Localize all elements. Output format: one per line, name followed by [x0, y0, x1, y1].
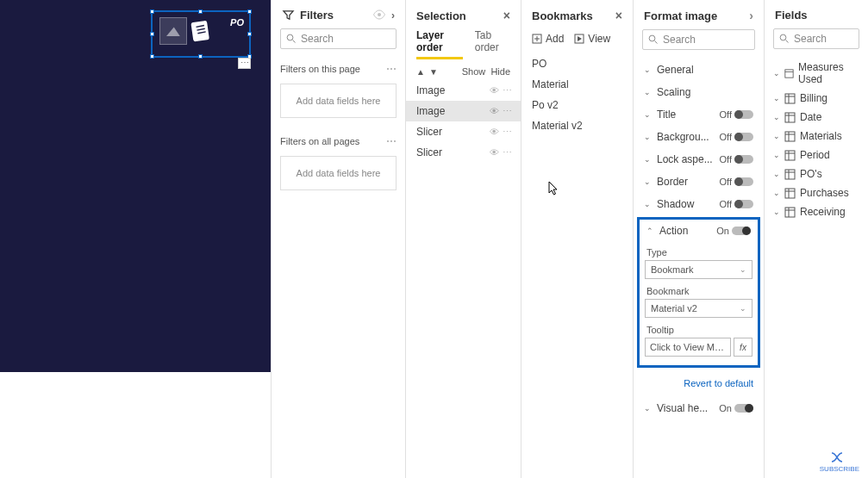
more-icon[interactable]: ⋯ — [503, 147, 512, 158]
more-icon[interactable]: ⋯ — [503, 85, 512, 96]
svg-line-7 — [293, 40, 296, 43]
resize-handle[interactable] — [198, 9, 203, 14]
format-background-row[interactable]: ⌄Backgrou...Off — [634, 126, 764, 148]
svg-line-16 — [786, 40, 789, 43]
action-bookmark-label: Bookmark — [645, 279, 752, 299]
add-bookmark-button[interactable]: Add — [532, 33, 564, 45]
format-title-row[interactable]: ⌄TitleOff — [634, 103, 764, 126]
resize-handle[interactable] — [150, 54, 154, 59]
move-up-icon[interactable]: ▲ — [416, 67, 425, 77]
svg-rect-19 — [785, 94, 795, 103]
add-icon — [532, 34, 542, 44]
close-icon[interactable]: × — [503, 9, 510, 22]
svg-line-14 — [655, 41, 658, 44]
more-icon[interactable]: ⋯ — [503, 127, 512, 138]
report-canvas-area[interactable]: PO ⋯ — [0, 0, 271, 478]
table-receiving[interactable]: ⌄Receiving — [765, 202, 868, 221]
table-measures-used[interactable]: ⌄Measures Used — [765, 58, 868, 89]
view-bookmark-button[interactable]: View — [574, 33, 610, 45]
format-visual-header-row[interactable]: ⌄Visual he...On — [634, 397, 764, 419]
search-placeholder: Search — [301, 33, 334, 45]
format-shadow-row[interactable]: ⌄ShadowOff — [634, 193, 764, 215]
fields-search-input[interactable]: Search — [773, 28, 859, 49]
all-pages-filter-dropzone[interactable]: Add data fields here — [280, 156, 397, 190]
fields-title: Fields — [775, 9, 808, 22]
filters-on-page-header: Filters on this page⋯ — [272, 58, 405, 80]
table-materials[interactable]: ⌄Materials — [765, 127, 868, 146]
dna-icon — [830, 451, 849, 463]
action-type-label: Type — [645, 240, 752, 260]
resize-handle[interactable] — [150, 9, 154, 14]
format-pane: Format image › Search ⌄General ⌄Scaling … — [633, 0, 764, 478]
format-action-row[interactable]: ⌃ActionOn — [645, 221, 752, 240]
filters-search-input[interactable]: Search — [280, 28, 397, 49]
visual-options-button[interactable]: ⋯ — [238, 58, 251, 69]
more-icon[interactable]: ⋯ — [386, 63, 397, 75]
filter-icon — [282, 9, 295, 22]
fx-button[interactable]: fx — [734, 338, 752, 357]
layer-image-2[interactable]: Image👁⋯ — [406, 101, 521, 121]
layer-slicer-1[interactable]: Slicer👁⋯ — [406, 121, 521, 142]
table-purchases[interactable]: ⌄Purchases — [765, 183, 868, 202]
chevron-right-icon[interactable]: › — [749, 9, 753, 22]
table-date[interactable]: ⌄Date — [765, 108, 868, 127]
table-icon — [784, 169, 796, 180]
table-icon — [784, 150, 796, 161]
svg-rect-34 — [785, 189, 795, 198]
action-type-dropdown[interactable]: Bookmark⌄ — [645, 260, 752, 279]
page-filter-dropzone[interactable]: Add data fields here — [280, 84, 397, 118]
bookmark-material[interactable]: Material — [521, 74, 633, 95]
table-icon — [784, 207, 796, 218]
search-icon — [779, 34, 790, 44]
svg-marker-0 — [166, 28, 180, 37]
resize-handle[interactable] — [150, 32, 154, 36]
table-period[interactable]: ⌄Period — [765, 146, 868, 165]
eye-icon[interactable]: 👁 — [490, 127, 499, 138]
filters-pane: Filters › Search Filters on this page⋯ A… — [271, 0, 405, 478]
resize-handle[interactable] — [198, 54, 203, 59]
resize-handle[interactable] — [247, 9, 252, 14]
collapse-icon[interactable]: › — [391, 9, 395, 22]
table-icon — [784, 112, 796, 123]
hide-button[interactable]: Hide — [490, 66, 510, 77]
eye-icon[interactable]: 👁 — [490, 106, 499, 117]
eye-icon[interactable] — [372, 9, 386, 20]
more-icon[interactable]: ⋯ — [386, 135, 397, 147]
more-icon[interactable]: ⋯ — [503, 106, 512, 117]
action-tooltip-input[interactable]: Click to View Mate... — [645, 338, 731, 357]
bookmark-po[interactable]: PO — [521, 53, 633, 74]
revert-to-default-link[interactable]: Revert to default — [634, 369, 764, 397]
search-icon — [648, 34, 659, 45]
tab-tab-order[interactable]: Tab order — [475, 29, 510, 59]
layer-slicer-2[interactable]: Slicer👁⋯ — [406, 142, 521, 163]
action-bookmark-dropdown[interactable]: Material v2⌄ — [645, 299, 752, 318]
svg-point-5 — [378, 13, 381, 16]
table-pos[interactable]: ⌄PO's — [765, 165, 868, 183]
tab-layer-order[interactable]: Layer order — [416, 29, 463, 59]
move-down-icon[interactable]: ▼ — [429, 67, 438, 77]
svg-point-13 — [649, 35, 655, 41]
table-billing[interactable]: ⌄Billing — [765, 89, 868, 108]
format-lock-aspect-row[interactable]: ⌄Lock aspe...Off — [634, 148, 764, 171]
show-button[interactable]: Show — [462, 66, 486, 77]
format-scaling-row[interactable]: ⌄Scaling — [634, 81, 764, 103]
resize-handle[interactable] — [247, 32, 252, 36]
format-search-input[interactable]: Search — [642, 29, 755, 50]
selected-image-visual[interactable]: PO ⋯ — [151, 10, 251, 58]
format-border-row[interactable]: ⌄BorderOff — [634, 171, 764, 193]
svg-rect-31 — [785, 170, 795, 179]
svg-rect-17 — [785, 69, 793, 77]
bookmark-material-v2[interactable]: Material v2 — [521, 115, 633, 136]
placeholder-box — [159, 17, 187, 45]
bookmark-po-v2[interactable]: Po v2 — [521, 95, 633, 115]
selection-pane: Selection × Layer order Tab order ▲ ▼ Sh… — [405, 0, 521, 478]
format-general-row[interactable]: ⌄General — [634, 59, 764, 81]
eye-icon[interactable]: 👁 — [490, 147, 499, 158]
close-icon[interactable]: × — [615, 9, 622, 22]
document-icon — [190, 17, 211, 45]
subscribe-watermark: SUBSCRIBE — [820, 451, 859, 473]
eye-icon[interactable]: 👁 — [490, 85, 499, 96]
layer-image-1[interactable]: Image👁⋯ — [406, 80, 521, 101]
report-canvas[interactable]: PO ⋯ — [0, 0, 271, 372]
fields-pane: Fields Search ⌄Measures Used ⌄Billing ⌄D… — [764, 0, 868, 478]
